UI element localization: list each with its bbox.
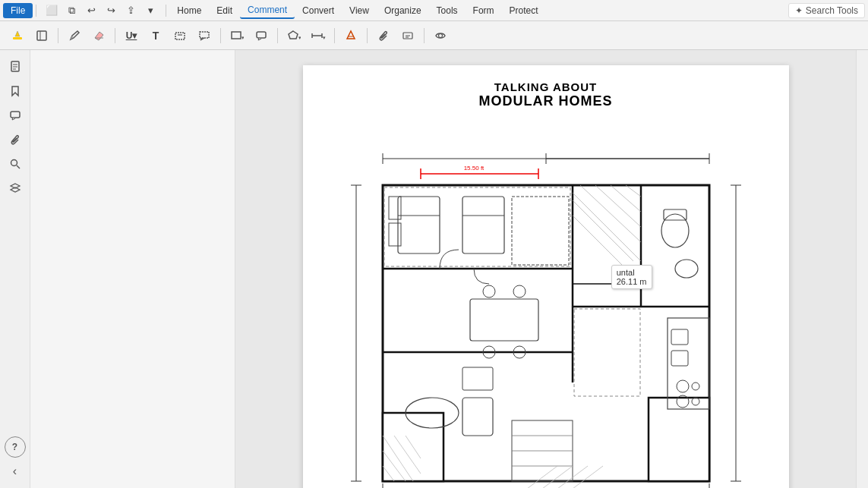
pencil-tool-btn[interactable] [63, 25, 86, 46]
search-star-icon: ✦ [795, 5, 803, 16]
sep2 [115, 28, 115, 43]
measure-tool-btn[interactable]: ▾ [307, 25, 330, 46]
main-area: ? ‹ TALKING ABOUT MODULAR HOMES untal 26… [0, 50, 868, 488]
svg-rect-7 [232, 32, 241, 39]
sidebar-page-icon[interactable] [5, 56, 26, 77]
menu-protect[interactable]: Protect [502, 3, 546, 18]
undo-btn[interactable]: ↩ [82, 2, 100, 20]
svg-text:▾: ▾ [323, 35, 326, 40]
floorplan-container: untal 26.11 m 15.50 ft [318, 117, 774, 488]
select-annotation-btn[interactable] [30, 25, 53, 46]
typewriter-tool-btn[interactable] [396, 25, 419, 46]
left-panel [30, 50, 235, 488]
svg-rect-6 [200, 32, 209, 38]
menu-bar: File ⬜ ⧉ ↩ ↪ ⇪ ▾ Home Edit Comment Conve… [0, 0, 868, 21]
svg-rect-1 [37, 31, 46, 40]
measurement-tooltip: untal 26.11 m [611, 265, 652, 289]
dropdown-btn[interactable]: ▾ [141, 2, 159, 20]
sidebar-bottom: ? ‹ [5, 436, 26, 488]
sep4 [277, 28, 278, 43]
menu-comment[interactable]: Comment [240, 2, 295, 19]
floorplan-svg: 15.50 ft [322, 117, 770, 488]
eraser-tool-btn[interactable] [87, 25, 110, 46]
menu-form[interactable]: Form [466, 3, 502, 18]
svg-marker-10 [289, 31, 298, 39]
callout-tool-btn[interactable] [193, 25, 216, 46]
redo-btn[interactable]: ↪ [102, 2, 120, 20]
sep1 [58, 28, 58, 43]
sep7 [424, 28, 425, 43]
svg-point-20 [439, 33, 443, 37]
sidebar-collapse-icon[interactable]: ‹ [5, 461, 26, 482]
separator2 [166, 5, 166, 17]
svg-rect-9 [257, 32, 266, 38]
restore-btn[interactable]: ⧉ [62, 2, 80, 20]
right-scrollbar[interactable] [856, 50, 868, 488]
sep3 [220, 28, 221, 43]
measurement-label: untal [617, 268, 647, 277]
svg-point-26 [11, 160, 17, 166]
svg-text:▾: ▾ [298, 35, 301, 40]
polygon-tool-btn[interactable]: ▾ [282, 25, 305, 46]
comment-tool-btn[interactable] [250, 25, 273, 46]
measurement-value: 26.11 m [617, 277, 647, 286]
separator1 [36, 5, 36, 17]
eye-tool-btn[interactable] [429, 25, 452, 46]
svg-text:15.50 ft: 15.50 ft [463, 165, 484, 172]
undo-redo-group: ⬜ ⧉ ↩ ↪ ⇪ ▾ [43, 2, 159, 20]
share-btn[interactable]: ⇪ [122, 2, 140, 20]
menu-home[interactable]: Home [169, 3, 209, 18]
title-line1: TALKING ABOUT [318, 80, 774, 93]
svg-rect-42 [649, 398, 709, 481]
svg-rect-0 [13, 37, 22, 39]
text-tool-btn[interactable]: T [144, 25, 167, 46]
highlight-tool-btn[interactable] [6, 25, 29, 46]
menu-tools[interactable]: Tools [429, 3, 466, 18]
search-tools-btn[interactable]: ✦ Search Tools [788, 3, 865, 18]
sidebar-attachment-icon[interactable] [5, 129, 26, 150]
underline-tool-btn[interactable]: U▾ [120, 25, 143, 46]
sidebar-comment-icon[interactable] [5, 105, 26, 126]
file-menu[interactable]: File [3, 3, 33, 18]
document-page: TALKING ABOUT MODULAR HOMES untal 26.11 … [303, 65, 789, 488]
comment-toolbar: U▾ T ▾ ▾ ▾ [0, 21, 868, 50]
svg-rect-4 [175, 33, 185, 39]
sidebar-help-icon[interactable]: ? [5, 436, 26, 458]
rectangle-tool-btn[interactable]: ▾ [226, 25, 248, 46]
sidebar-search-icon[interactable] [5, 153, 26, 175]
sidebar-bookmark-icon[interactable] [5, 80, 26, 102]
attach-tool-btn[interactable] [372, 25, 395, 46]
svg-rect-25 [11, 112, 20, 118]
sep5 [334, 28, 335, 43]
sidebar-layers-icon[interactable] [5, 178, 26, 199]
textbox-tool-btn[interactable] [169, 25, 191, 46]
left-sidebar: ? ‹ [0, 50, 30, 488]
stamp-tool-btn[interactable] [339, 25, 362, 46]
menu-organize[interactable]: Organize [377, 3, 429, 18]
menu-view[interactable]: View [342, 3, 377, 18]
svg-line-27 [17, 165, 20, 168]
document-title: TALKING ABOUT MODULAR HOMES [318, 80, 774, 109]
menu-convert[interactable]: Convert [295, 3, 342, 18]
sep6 [367, 28, 368, 43]
svg-text:▾: ▾ [241, 35, 244, 40]
menu-edit[interactable]: Edit [209, 3, 240, 18]
minimize-btn[interactable]: ⬜ [43, 2, 61, 20]
title-line2: MODULAR HOMES [318, 93, 774, 109]
document-area[interactable]: TALKING ABOUT MODULAR HOMES untal 26.11 … [235, 50, 856, 488]
search-tools-label: Search Tools [806, 5, 858, 16]
